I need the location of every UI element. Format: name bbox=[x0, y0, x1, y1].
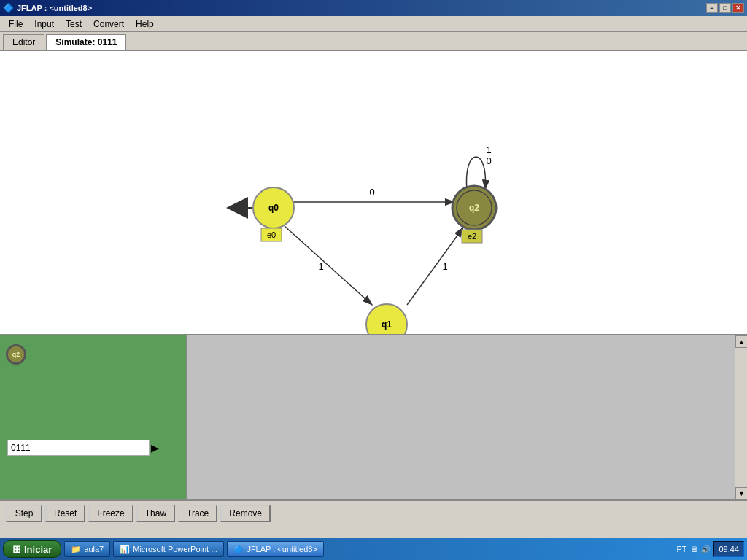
state-q2-sublabel: e2 bbox=[468, 232, 476, 241]
initial-arrow bbox=[226, 197, 248, 219]
state-q0-sublabel: e0 bbox=[267, 230, 276, 239]
sim-scrollbar: ▲ ▼ bbox=[735, 335, 747, 499]
thaw-button[interactable]: Thaw bbox=[136, 505, 175, 522]
input-arrow-icon: ▶ bbox=[151, 442, 159, 454]
simulation-input[interactable] bbox=[7, 440, 150, 456]
speaker-icon: 🔊 bbox=[700, 545, 711, 554]
clock: 09:44 bbox=[713, 541, 744, 557]
ppt-icon: 📊 bbox=[120, 545, 130, 554]
transition-q2-q2 bbox=[467, 157, 486, 190]
canvas-area: 0 1 1 1 0 q0 e0 q1 e1 bbox=[0, 51, 747, 335]
jflap-icon: 🔷 bbox=[233, 545, 244, 554]
scroll-track bbox=[735, 348, 747, 487]
label-q2-q2-1: 1 bbox=[486, 144, 491, 155]
folder-icon: 📁 bbox=[71, 545, 81, 554]
taskbar-item-label-0: aula7 bbox=[84, 545, 104, 553]
app-icon: 🔷 bbox=[3, 3, 14, 13]
label-q0-q1: 1 bbox=[318, 261, 323, 272]
label-q1-q2: 1 bbox=[442, 261, 447, 272]
automaton-diagram: 0 1 1 1 0 q0 e0 q1 e1 bbox=[0, 51, 747, 334]
left-panel: q2 ▶ bbox=[0, 335, 187, 499]
label-q0-q2: 0 bbox=[369, 187, 374, 198]
tab-simulate[interactable]: Simulate: 0111 bbox=[46, 34, 126, 50]
menu-file[interactable]: File bbox=[3, 18, 28, 31]
minimize-button[interactable]: − bbox=[706, 3, 718, 13]
simulation-area: q2 ▶ ▲ ▼ bbox=[0, 335, 747, 525]
language-indicator: PT bbox=[676, 545, 686, 553]
current-state-circle: q2 bbox=[6, 344, 26, 365]
window-title: JFLAP : <untitled8> bbox=[17, 4, 92, 12]
maximize-button[interactable]: □ bbox=[719, 3, 731, 13]
title-bar-controls[interactable]: − □ ✕ bbox=[706, 3, 744, 13]
menu-help[interactable]: Help bbox=[130, 18, 160, 31]
state-q1-label: q1 bbox=[382, 319, 392, 330]
menu-convert[interactable]: Convert bbox=[88, 18, 130, 31]
tab-editor[interactable]: Editor bbox=[3, 34, 44, 50]
right-panel bbox=[187, 335, 735, 499]
taskbar-item-aula7[interactable]: 📁 aula7 bbox=[64, 541, 110, 557]
clock-time: 09:44 bbox=[719, 545, 739, 553]
freeze-button[interactable]: Freeze bbox=[88, 505, 133, 522]
network-icon: 🖥 bbox=[689, 545, 697, 553]
scroll-down-button[interactable]: ▼ bbox=[735, 487, 747, 499]
start-label: Iniciar bbox=[24, 544, 52, 555]
title-bar: 🔷 JFLAP : <untitled8> − □ ✕ bbox=[0, 0, 747, 16]
taskbar-item-label-2: JFLAP : <untitled8> bbox=[247, 545, 317, 553]
current-state-label: q2 bbox=[12, 351, 20, 358]
windows-logo: ⊞ bbox=[12, 543, 21, 555]
button-bar: Step Reset Freeze Thaw Trace Remove bbox=[0, 499, 747, 525]
taskbar: ⊞ Iniciar 📁 aula7 📊 Microsoft PowerPoint… bbox=[0, 538, 747, 560]
tab-bar: Editor Simulate: 0111 bbox=[0, 32, 747, 51]
transition-q0-q1 bbox=[285, 226, 372, 305]
label-q2-q2-0: 0 bbox=[486, 155, 491, 166]
scroll-up-button[interactable]: ▲ bbox=[735, 335, 747, 348]
input-field-container: ▶ bbox=[7, 440, 159, 456]
close-button[interactable]: ✕ bbox=[732, 3, 744, 13]
menu-bar: File Input Test Convert Help bbox=[0, 16, 747, 32]
start-button[interactable]: ⊞ Iniciar bbox=[3, 540, 61, 558]
state-q2-label: q2 bbox=[469, 203, 479, 213]
remove-button[interactable]: Remove bbox=[220, 505, 271, 522]
menu-input[interactable]: Input bbox=[28, 18, 60, 31]
state-q0-label: q0 bbox=[268, 203, 279, 213]
title-bar-left: 🔷 JFLAP : <untitled8> bbox=[3, 3, 92, 13]
taskbar-right: PT 🖥 🔊 09:44 bbox=[676, 541, 744, 557]
taskbar-item-jflap[interactable]: 🔷 JFLAP : <untitled8> bbox=[227, 541, 323, 557]
taskbar-item-powerpoint[interactable]: 📊 Microsoft PowerPoint ... bbox=[113, 541, 224, 557]
transition-q1-q2 bbox=[407, 228, 463, 305]
reset-button[interactable]: Reset bbox=[45, 505, 85, 522]
step-button[interactable]: Step bbox=[6, 505, 42, 522]
trace-button[interactable]: Trace bbox=[178, 505, 217, 522]
menu-test[interactable]: Test bbox=[60, 18, 88, 31]
taskbar-item-label-1: Microsoft PowerPoint ... bbox=[133, 545, 217, 553]
current-state-display: q2 bbox=[6, 344, 26, 365]
